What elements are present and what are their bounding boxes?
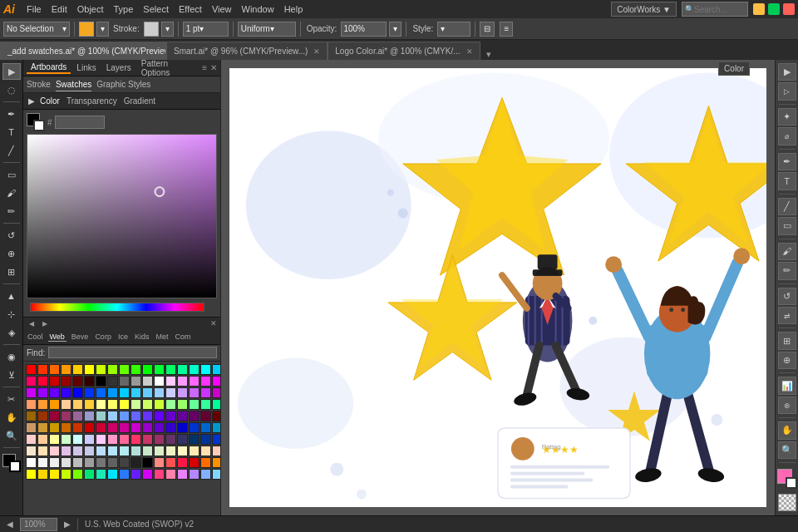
select-tool[interactable]: ▶ (2, 63, 21, 80)
color-spectrum[interactable] (27, 134, 217, 298)
swatch-cell-extra-1-4[interactable] (72, 469, 83, 480)
more-tabs-button[interactable]: ▾ (480, 49, 497, 60)
swatch-cell-7-6[interactable] (96, 446, 106, 456)
swatch-cell-4-16[interactable] (212, 411, 220, 421)
swatch-cell-6-6[interactable] (96, 434, 106, 445)
swatch-cell-extra-0-3[interactable] (61, 457, 71, 468)
swatch-cell-7-16[interactable] (212, 446, 220, 456)
swatch-cell-extra-1-1[interactable] (37, 469, 48, 480)
swatch-cell-6-10[interactable] (142, 434, 153, 445)
minimize-button[interactable] (753, 3, 765, 15)
swatch-cell-extra-1-8[interactable] (119, 469, 130, 480)
swatch-cell-5-13[interactable] (177, 422, 188, 433)
swatch-cell-2-10[interactable] (142, 387, 153, 398)
swatch-cell-1-13[interactable] (177, 376, 188, 387)
swatch-cell-6-16[interactable] (212, 434, 220, 445)
paintbrush-tool[interactable]: 🖌 (2, 185, 21, 201)
opacity-dropdown[interactable]: ▾ (389, 22, 401, 37)
hex-input[interactable]: DE87FF (55, 116, 105, 129)
swatch-cell-7-8[interactable] (119, 446, 130, 456)
swatch-cell-3-4[interactable] (72, 399, 83, 410)
swatch-cell-2-3[interactable] (61, 387, 71, 398)
menu-help[interactable]: Help (279, 0, 308, 18)
right-line-tool[interactable]: ╱ (778, 198, 796, 215)
color-fill-stroke[interactable] (27, 113, 45, 131)
swatch-cell-0-6[interactable] (96, 364, 106, 375)
hand-tool[interactable]: ✋ (2, 409, 21, 426)
swatch-cell-5-11[interactable] (154, 422, 165, 433)
rect-tool[interactable]: ▭ (2, 166, 21, 183)
swatch-cell-extra-1-7[interactable] (107, 469, 118, 480)
right-select-tool[interactable]: ▶ (778, 63, 796, 81)
swatch-cell-5-3[interactable] (61, 422, 71, 433)
swatch-cell-0-11[interactable] (154, 364, 165, 375)
swatch-cell-extra-0-5[interactable] (84, 457, 95, 468)
right-graph-tool[interactable]: 📊 (778, 377, 796, 394)
swatch-cell-4-14[interactable] (189, 411, 200, 421)
swatch-cell-extra-0-15[interactable] (200, 457, 211, 468)
zoom-level[interactable]: 100% (20, 518, 57, 531)
swatch-cell-0-8[interactable] (119, 364, 130, 375)
swatch-cell-6-11[interactable] (154, 434, 165, 445)
swatch-cell-5-2[interactable] (49, 422, 60, 433)
search-input[interactable] (694, 5, 744, 14)
tab-close-2[interactable]: ✕ (466, 47, 473, 56)
panel-options-icon[interactable]: ≡ (202, 63, 207, 72)
swatch-cell-2-11[interactable] (154, 387, 165, 398)
swatch-cell-extra-1-5[interactable] (84, 469, 95, 480)
swatch-cell-1-7[interactable] (107, 376, 118, 387)
swatch-cell-3-11[interactable] (154, 399, 165, 410)
web-tab-corp[interactable]: Corp (93, 332, 113, 341)
menu-select[interactable]: Select (138, 0, 174, 18)
stroke-color-swatch[interactable] (144, 22, 159, 37)
canvas-area[interactable]: Color (221, 60, 775, 515)
swatch-cell-1-14[interactable] (189, 376, 200, 387)
swatch-cell-0-14[interactable] (189, 364, 200, 375)
swatch-cell-extra-1-14[interactable] (189, 469, 200, 480)
swatch-cell-7-1[interactable] (37, 446, 48, 456)
panel-options-button[interactable]: ≡ (500, 22, 513, 37)
scissor-tool[interactable]: ✂ (2, 391, 21, 407)
right-rect-tool[interactable]: ▭ (778, 217, 796, 234)
swatch-cell-extra-1-12[interactable] (165, 469, 176, 480)
swatch-cell-extra-1-13[interactable] (177, 469, 188, 480)
swatch-tab-swatches[interactable]: Swatches (56, 78, 91, 91)
maximize-button[interactable] (768, 3, 780, 15)
swatch-cell-6-15[interactable] (200, 434, 211, 445)
style-dropdown[interactable]: ▾ (437, 22, 470, 37)
hue-strip[interactable] (30, 303, 204, 311)
swatch-cell-6-14[interactable] (189, 434, 200, 445)
swatch-cell-0-3[interactable] (61, 364, 71, 375)
color-tab-transparency[interactable]: Transparency (66, 96, 117, 106)
swatch-cell-0-4[interactable] (72, 364, 83, 375)
swatch-cell-4-10[interactable] (142, 411, 153, 421)
swatch-cell-5-16[interactable] (212, 422, 220, 433)
mesh-tool[interactable]: ⊹ (2, 306, 21, 323)
swatch-cell-4-5[interactable] (84, 411, 95, 421)
close-button[interactable] (783, 3, 795, 15)
swatch-cell-5-0[interactable] (26, 422, 37, 433)
swatch-cell-2-12[interactable] (165, 387, 176, 398)
swatch-cell-2-1[interactable] (37, 387, 48, 398)
scroll-right-icon[interactable]: ▶ (40, 319, 50, 328)
swatch-cell-7-14[interactable] (189, 446, 200, 456)
swatch-cell-extra-1-11[interactable] (154, 469, 165, 480)
swatch-cell-extra-1-15[interactable] (200, 469, 211, 480)
swatch-cell-4-9[interactable] (131, 411, 141, 421)
swatch-cell-3-8[interactable] (119, 399, 130, 410)
swatch-cell-extra-0-2[interactable] (49, 457, 60, 468)
zoom-tool[interactable]: 🔍 (2, 427, 21, 444)
swatch-cell-extra-0-14[interactable] (189, 457, 200, 468)
swatch-cell-0-13[interactable] (177, 364, 188, 375)
right-text-tool[interactable]: T (778, 172, 796, 190)
swatch-cell-1-5[interactable] (84, 376, 95, 387)
swatch-cell-extra-0-0[interactable] (26, 457, 37, 468)
eyedropper-tool[interactable]: ◉ (2, 348, 21, 365)
swatch-cell-3-7[interactable] (107, 399, 118, 410)
swatch-cell-extra-1-16[interactable] (212, 469, 220, 480)
swatch-cell-1-8[interactable] (119, 376, 130, 387)
swatch-cell-3-9[interactable] (131, 399, 141, 410)
swatch-cell-0-1[interactable] (37, 364, 48, 375)
scroll-left-icon[interactable]: ◀ (27, 319, 37, 328)
color-tab-color[interactable]: Color (40, 96, 60, 106)
